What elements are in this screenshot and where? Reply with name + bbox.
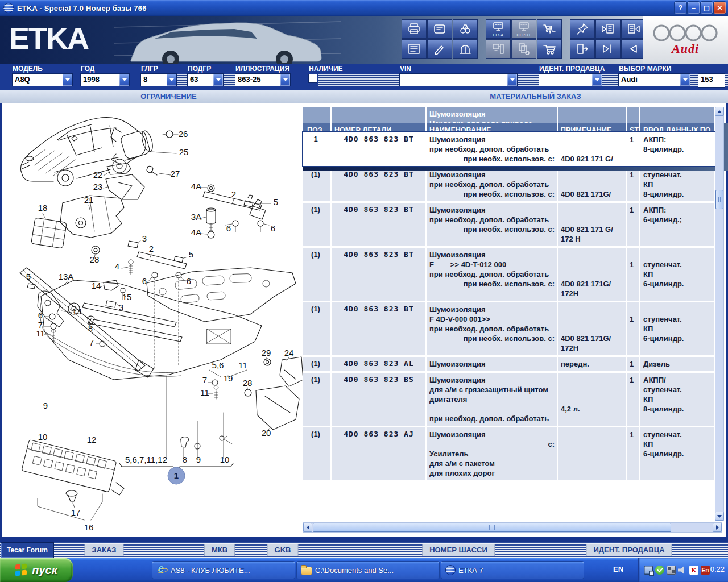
diagram-callout-20[interactable]: 20 — [262, 428, 271, 438]
diagram-callout-6[interactable]: 6 — [38, 310, 43, 320]
diagram-callout-25[interactable]: 25 — [179, 147, 189, 157]
first-page-icon[interactable] — [595, 39, 621, 59]
diagram-callout-18[interactable]: 18 — [38, 203, 48, 213]
diagram-callout-6[interactable]: 6 — [226, 223, 231, 233]
illustration-select[interactable]: 863-25 — [235, 74, 290, 86]
vertical-scroll-thumb[interactable] — [715, 190, 723, 209]
diagram-callout-7[interactable]: 7 — [202, 375, 207, 385]
table-row[interactable]: 14D0 863 823 BTШумоизоляцияпри необход. … — [303, 132, 715, 166]
diagram-callout-4A[interactable]: 4A — [191, 181, 201, 191]
diagram-callout-14[interactable]: 14 — [92, 281, 101, 290]
status-item[interactable]: ИДЕНТ. ПРОДАВЦА — [586, 544, 671, 556]
diagram-callout-6[interactable]: 6 — [142, 276, 147, 286]
depot-icon[interactable]: DEPOT — [511, 19, 536, 39]
diagram-callout-28[interactable]: 28 — [243, 378, 253, 388]
chevron-down-icon[interactable] — [213, 74, 223, 86]
diagram-callout-2[interactable]: 2 — [231, 189, 236, 199]
table-row[interactable]: (1)4D0 863 823 BTШумоизоляцияпри необход… — [303, 203, 715, 246]
diagram-callout-5,6,7,11,12[interactable]: 5,6,7,11,12 — [125, 455, 167, 464]
model-select[interactable]: A8Q — [13, 74, 72, 86]
pin-icon[interactable] — [570, 19, 595, 39]
chevron-down-icon[interactable] — [680, 74, 690, 86]
diagram-callout-5[interactable]: 5 — [26, 272, 31, 281]
edit-icon[interactable] — [427, 39, 452, 59]
search-parts-icon[interactable] — [453, 19, 478, 39]
diagram-callout-23[interactable]: 23 — [93, 182, 103, 192]
start-button[interactable]: пуск — [0, 558, 73, 582]
availability-checkbox[interactable] — [309, 74, 317, 82]
horizontal-scrollbar[interactable] — [303, 522, 722, 533]
vin-input[interactable] — [400, 74, 517, 86]
table-row[interactable]: (1)4D0 863 823 BTШумоизоляцияF >> 4D-T-0… — [303, 248, 715, 301]
table-row[interactable]: (1)4D0 863 823 BSШумоизоляциядля а/м с г… — [303, 373, 715, 426]
scroll-down-button[interactable] — [715, 512, 724, 521]
list-icon[interactable] — [402, 39, 427, 59]
scroll-left-button[interactable] — [303, 523, 312, 532]
diagram-callout-3[interactable]: 3 — [142, 234, 147, 243]
chevron-down-icon[interactable] — [592, 74, 602, 86]
chevron-down-icon[interactable] — [167, 74, 176, 86]
maximize-button[interactable]: ▢ — [701, 2, 713, 14]
language-indicator[interactable]: EN — [613, 565, 623, 573]
diagram-callout-28[interactable]: 28 — [90, 255, 100, 264]
year-select[interactable]: 1998 — [81, 74, 129, 86]
diagram-callout-11[interactable]: 11 — [200, 388, 209, 397]
diagram-callout-17[interactable]: 17 — [71, 508, 81, 517]
diagram-callout-11[interactable]: 11 — [36, 329, 45, 338]
diagram-callout-13A[interactable]: 13A — [59, 272, 74, 281]
diagram-callout-15[interactable]: 15 — [122, 292, 132, 302]
scroll-up-button[interactable] — [715, 107, 724, 116]
status-item[interactable]: НОМЕР ШАССИ — [423, 544, 494, 556]
diagram-callout-6[interactable]: 6 — [271, 223, 275, 233]
sub-group-select[interactable]: 63 — [188, 74, 223, 86]
help-button[interactable]: ? — [675, 2, 686, 14]
table-row[interactable]: (1)4D0 863 823 ALШумоизоляцияпередн.1Диз… — [303, 357, 715, 371]
status-item[interactable]: МКВ — [205, 544, 234, 556]
task-button[interactable]: ЕТКА 7 — [441, 562, 584, 579]
diagram-callout-2[interactable]: 2 — [149, 244, 154, 253]
close-button[interactable]: ✕ — [714, 2, 726, 14]
terminal-icon[interactable] — [486, 39, 511, 59]
main-group-select[interactable]: 8 — [141, 74, 176, 86]
diagram-callout-4A[interactable]: 4A — [191, 227, 201, 237]
brand-select[interactable]: Audi — [619, 74, 690, 86]
antivirus-shield-icon[interactable] — [655, 566, 664, 575]
horizontal-scroll-thumb[interactable] — [313, 523, 671, 532]
table-row[interactable]: (1)4D0 863 823 BTШумоизоляцияF 4D-V-000 … — [303, 302, 715, 355]
diagram-callout-10[interactable]: 10 — [220, 455, 230, 464]
diagram-callout-16[interactable]: 16 — [84, 522, 94, 532]
diagram-callout-7[interactable]: 7 — [89, 338, 94, 347]
chevron-down-icon[interactable] — [119, 74, 129, 86]
diagram-callout-19[interactable]: 19 — [224, 373, 233, 383]
table-row[interactable]: (1)4D0 863 823 AJШумоизоляцияс:Усилитель… — [303, 427, 715, 480]
chevron-down-icon[interactable] — [280, 74, 290, 86]
kaspersky-icon[interactable]: K — [689, 566, 698, 575]
diagram-callout-8[interactable]: 8 — [88, 323, 93, 333]
task-button[interactable]: АS8 - КЛУБ ЛЮБИТЕ... — [152, 562, 295, 579]
preview-icon[interactable] — [427, 19, 452, 39]
docs-icon[interactable] — [511, 39, 536, 59]
diagram-callout-9[interactable]: 9 — [196, 455, 201, 464]
special-tools-icon[interactable] — [453, 39, 478, 59]
diagram-callout-22[interactable]: 22 — [93, 170, 103, 180]
tecar-forum-button[interactable]: Tecar Forum — [1, 543, 53, 558]
diagram-callout-5[interactable]: 5 — [274, 197, 278, 207]
chevron-down-icon[interactable] — [507, 74, 517, 86]
elsa-icon[interactable]: ELSA — [486, 19, 511, 39]
carts-icon[interactable] — [537, 19, 562, 39]
diagram-callout-11[interactable]: 11 — [238, 360, 247, 370]
status-item[interactable]: GKB — [268, 544, 298, 556]
volume-icon[interactable] — [678, 566, 687, 575]
cart-icon[interactable] — [537, 39, 562, 59]
prev-page-icon[interactable] — [595, 19, 621, 39]
diagram-callout-21[interactable]: 21 — [84, 195, 94, 205]
status-item[interactable]: ЗАКАЗ — [85, 544, 123, 556]
diagram-callout-26[interactable]: 26 — [179, 129, 188, 139]
table-row[interactable]: (1)4D0 863 823 BTШумоизоляцияпри необход… — [303, 168, 715, 201]
diagram-callout-12[interactable]: 12 — [87, 435, 97, 444]
task-button[interactable]: C:\Documents and Se... — [297, 562, 439, 579]
diagram-callout-6[interactable]: 6 — [187, 276, 191, 286]
diagram-callout-24[interactable]: 24 — [284, 348, 294, 357]
diagram-callout-5[interactable]: 5 — [189, 250, 193, 259]
diagram-callout-5,6[interactable]: 5,6 — [212, 360, 224, 370]
